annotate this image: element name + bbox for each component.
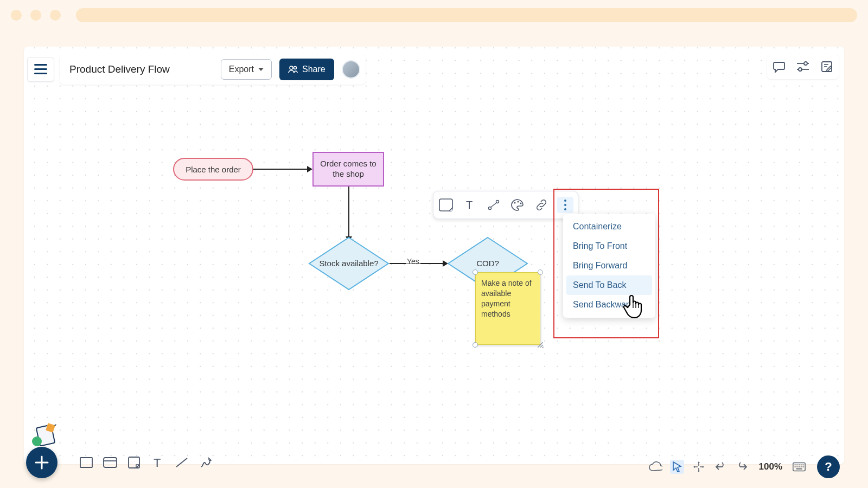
browser-chrome [0,0,868,30]
cloud-sync-icon[interactable] [648,460,662,474]
svg-line-42 [176,458,187,467]
svg-point-6 [804,62,807,65]
selection-handle[interactable] [538,269,543,275]
start-node-label: Place the order [186,165,241,174]
export-label: Export [229,65,254,74]
keyboard-icon[interactable] [792,460,806,474]
pan-tool-icon[interactable] [692,460,706,474]
process-node[interactable]: Order comes to the shop [312,152,384,187]
canvas-container: Product Delivery Flow Export Share [24,47,844,464]
svg-rect-37 [80,458,92,467]
chevron-down-icon [258,68,264,71]
undo-icon[interactable] [713,460,727,474]
settings-sliders-icon[interactable] [795,59,810,74]
start-node[interactable]: Place the order [173,158,253,181]
comments-icon[interactable] [771,59,787,74]
decision-label: Stock available? [308,236,390,291]
diagram-canvas[interactable] [24,47,844,464]
connect-icon[interactable] [486,197,502,213]
svg-rect-47 [801,464,802,465]
svg-line-14 [538,342,542,347]
edge-label-yes[interactable]: Yes [406,257,420,266]
note-style-icon[interactable] [438,197,454,213]
window-dot [11,10,22,21]
redo-icon[interactable] [735,460,749,474]
svg-point-24 [520,203,522,204]
line-tool-icon[interactable] [174,454,190,471]
svg-rect-45 [796,464,797,465]
svg-rect-54 [796,468,802,470]
sticky-note-text: Make a note of available payment methods [481,279,532,318]
text-tool-icon[interactable]: T [150,454,166,471]
zoom-level[interactable]: 100% [757,461,784,472]
svg-text:T: T [466,199,473,211]
sticky-note[interactable]: Make a note of available payment methods [475,272,540,345]
ctx-item-send-to-back[interactable]: Send To Back [566,275,652,295]
pointer-tool-icon[interactable] [670,460,684,474]
right-tool-tray [767,54,839,79]
ctx-item-containerize[interactable]: Containerize [563,217,655,236]
freehand-tool-icon[interactable] [197,454,214,471]
svg-rect-49 [795,466,796,467]
title-bar: Product Delivery Flow Export Share [60,54,366,85]
svg-text:T: T [154,456,161,469]
text-icon[interactable]: T [462,197,478,213]
user-avatar[interactable] [342,60,360,79]
export-button[interactable]: Export [221,59,272,80]
add-button[interactable] [26,447,58,478]
svg-rect-53 [803,466,804,467]
hamburger-menu-button[interactable] [27,57,54,82]
svg-rect-1 [34,68,47,70]
help-button[interactable]: ? [817,455,840,478]
svg-point-23 [518,201,519,203]
svg-line-15 [540,345,543,348]
connector[interactable] [253,169,308,170]
svg-point-19 [489,207,492,210]
link-icon[interactable] [533,197,550,213]
window-dot [50,10,61,21]
window-dot [30,10,41,21]
svg-rect-50 [796,466,797,467]
selection-handle[interactable] [473,269,478,275]
svg-point-8 [799,68,802,71]
svg-point-22 [514,202,516,204]
hamburger-icon [34,64,47,75]
color-palette-icon[interactable] [509,197,526,213]
edit-note-icon[interactable] [819,59,834,74]
svg-line-21 [491,203,496,207]
svg-rect-44 [795,464,796,465]
selection-handle[interactable] [473,342,478,348]
resize-grip-icon[interactable] [537,341,544,349]
svg-rect-51 [799,466,800,467]
svg-rect-0 [34,64,47,66]
svg-point-32 [32,436,42,446]
address-bar-placeholder [76,8,857,22]
svg-rect-52 [801,466,802,467]
shape-dock: T [26,447,214,478]
ctx-item-bring-to-front[interactable]: Bring To Front [563,236,655,256]
svg-rect-46 [799,464,800,465]
arrow-head-icon [307,166,312,172]
sticky-shape-icon[interactable] [126,454,142,471]
connector[interactable] [348,187,349,237]
frame-shape-icon[interactable] [102,454,118,471]
ctx-item-bring-forward[interactable]: Bring Forward [563,256,655,275]
document-title[interactable]: Product Delivery Flow [69,63,213,75]
svg-point-3 [290,66,293,69]
share-label: Share [302,65,326,74]
svg-rect-38 [104,458,117,467]
svg-point-20 [496,201,499,203]
svg-line-16 [542,347,544,348]
svg-point-4 [294,67,297,69]
process-node-label: Order comes to the shop [317,159,380,179]
cursor-hand-icon [622,293,644,319]
status-bar: 100% ? [648,455,840,478]
rectangle-shape-icon[interactable] [78,454,94,471]
people-icon [288,65,298,74]
svg-rect-48 [803,464,804,465]
shapes-decoration-icon [30,423,59,448]
svg-rect-2 [34,73,47,74]
share-button[interactable]: Share [279,59,334,80]
